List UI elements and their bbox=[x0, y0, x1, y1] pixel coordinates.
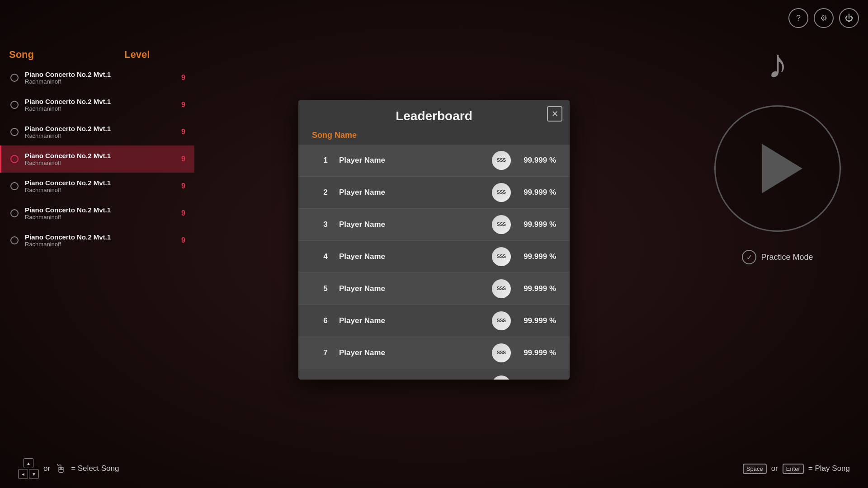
player-name: Player Name bbox=[339, 316, 492, 325]
player-name: Player Name bbox=[339, 284, 492, 293]
rank-label: 5 bbox=[312, 284, 339, 293]
score-percent: 99.999 % bbox=[515, 252, 556, 261]
table-row: 4 Player Name SSS 99.999 % bbox=[298, 241, 570, 273]
rank-label: 3 bbox=[312, 220, 339, 229]
sss-badge: SSS bbox=[492, 247, 511, 266]
score-area: SSS 99.999 % bbox=[492, 215, 556, 234]
score-area: SSS 99.999 % bbox=[492, 279, 556, 298]
rank-label: 7 bbox=[312, 348, 339, 357]
sss-badge: SSS bbox=[492, 375, 511, 380]
sss-badge: SSS bbox=[492, 183, 511, 202]
score-percent: 99.999 % bbox=[515, 284, 556, 293]
table-row: 7 Player Name SSS 99.999 % bbox=[298, 337, 570, 369]
table-row: 8 Player Name SSS 99.999 % bbox=[298, 369, 570, 380]
table-row: 6 Player Name SSS 99.999 % bbox=[298, 305, 570, 337]
score-area: SSS 99.999 % bbox=[492, 375, 556, 380]
score-area: SSS 99.999 % bbox=[492, 183, 556, 202]
score-percent: 99.999 % bbox=[515, 156, 556, 165]
score-area: SSS 99.999 % bbox=[492, 247, 556, 266]
table-row: 1 Player Name SSS 99.999 % bbox=[298, 145, 570, 177]
score-percent: 99.999 % bbox=[515, 188, 556, 197]
sss-badge: SSS bbox=[492, 279, 511, 298]
table-row: 3 Player Name SSS 99.999 % bbox=[298, 209, 570, 241]
modal-overlay: Leaderboard ✕ Song Name 1 Player Name SS… bbox=[0, 0, 868, 488]
player-name: Player Name bbox=[339, 220, 492, 229]
player-name: Player Name bbox=[339, 188, 492, 197]
rank-label: 4 bbox=[312, 252, 339, 261]
score-percent: 99.999 % bbox=[515, 348, 556, 357]
table-row: 2 Player Name SSS 99.999 % bbox=[298, 177, 570, 209]
player-name: Player Name bbox=[339, 348, 492, 357]
score-percent: 99.999 % bbox=[515, 220, 556, 229]
rank-label: 1 bbox=[312, 156, 339, 165]
player-name: Player Name bbox=[339, 252, 492, 261]
score-area: SSS 99.999 % bbox=[492, 343, 556, 362]
sss-badge: SSS bbox=[492, 215, 511, 234]
player-name: Player Name bbox=[339, 156, 492, 165]
rank-label: 6 bbox=[312, 316, 339, 325]
score-area: SSS 99.999 % bbox=[492, 311, 556, 330]
close-button[interactable]: ✕ bbox=[547, 106, 562, 122]
sss-badge: SSS bbox=[492, 311, 511, 330]
song-name-label: Song Name bbox=[298, 128, 570, 145]
sss-badge: SSS bbox=[492, 151, 511, 170]
table-row: 5 Player Name SSS 99.999 % bbox=[298, 273, 570, 305]
modal-header: Leaderboard ✕ bbox=[298, 100, 570, 128]
leaderboard-title: Leaderboard bbox=[312, 109, 556, 123]
leaderboard-modal: Leaderboard ✕ Song Name 1 Player Name SS… bbox=[298, 100, 570, 380]
score-area: SSS 99.999 % bbox=[492, 151, 556, 170]
rank-label: 2 bbox=[312, 188, 339, 197]
score-percent: 99.999 % bbox=[515, 316, 556, 325]
leaderboard-scroll[interactable]: 1 Player Name SSS 99.999 % 2 Player Name… bbox=[298, 145, 570, 380]
sss-badge: SSS bbox=[492, 343, 511, 362]
